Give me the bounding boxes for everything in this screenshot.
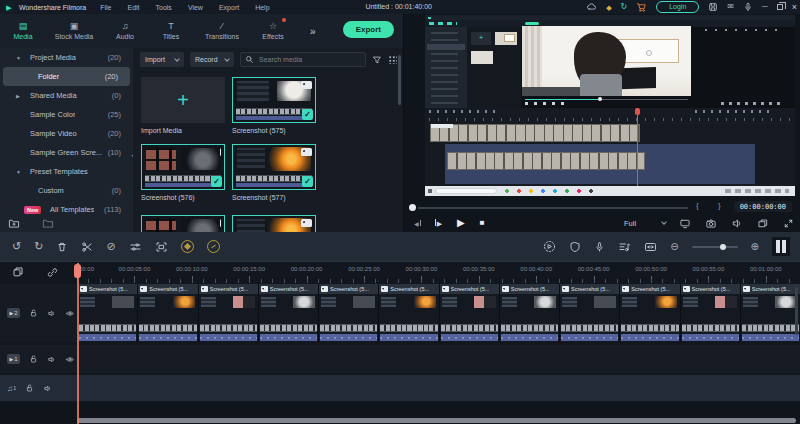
tab-media[interactable]: ▤Media <box>0 14 46 48</box>
more-tabs-icon[interactable]: » <box>310 26 315 37</box>
search-box[interactable] <box>240 52 366 67</box>
next-frame-button[interactable]: ▶ <box>435 219 442 227</box>
timeline-clip[interactable]: Screenshot (5... <box>318 284 378 342</box>
timeline-clip[interactable]: Screenshot (5... <box>740 284 800 342</box>
menu-file[interactable]: File <box>100 4 111 11</box>
lock-icon[interactable] <box>29 308 38 318</box>
audio-mixer-icon[interactable] <box>618 241 631 253</box>
timeline-clip[interactable]: Screenshot (5... <box>198 284 258 342</box>
timeline-clip[interactable]: Screenshot (5... <box>137 284 197 342</box>
chevron-collapsed-icon[interactable]: ▶ <box>16 93 20 99</box>
timeline-clip[interactable]: Screenshot (5... <box>499 284 559 342</box>
upgrade-gem-icon[interactable]: ◆ <box>606 4 611 11</box>
import-dropdown[interactable]: Import <box>140 52 184 67</box>
split-scissors-icon[interactable] <box>81 241 93 253</box>
delete-folder-icon[interactable] <box>42 218 54 229</box>
play-button[interactable]: ▶ <box>457 218 465 228</box>
display-settings-icon[interactable] <box>679 218 691 229</box>
mark-out-icon[interactable]: } <box>718 201 721 210</box>
undo-icon[interactable]: ↺ <box>12 241 21 252</box>
delete-icon[interactable] <box>56 241 68 253</box>
track-height-toggle[interactable] <box>772 237 790 256</box>
voiceover-mic-icon[interactable] <box>594 241 605 253</box>
eye-icon[interactable] <box>65 355 75 364</box>
export-button[interactable]: Export <box>343 21 394 38</box>
minimize-button[interactable]: ─ <box>762 3 768 11</box>
filter-funnel-icon[interactable] <box>372 55 382 65</box>
manage-tracks-icon[interactable] <box>12 266 24 279</box>
sidebar-item-custom[interactable]: Custom(0) <box>0 181 133 200</box>
link-clips-icon[interactable] <box>46 266 59 279</box>
fit-timeline-icon[interactable] <box>644 241 657 253</box>
menu-tools[interactable]: Tools <box>156 4 172 11</box>
previous-frame-button[interactable]: ◀ <box>414 220 421 227</box>
zoom-out-icon[interactable]: ⊖ <box>670 242 678 252</box>
mute-icon[interactable] <box>43 384 52 393</box>
sidebar-item-all-templates[interactable]: NewAll Templates(113) <box>0 200 133 219</box>
mark-in-icon[interactable]: { <box>696 201 699 210</box>
stop-button[interactable]: ■ <box>480 219 485 227</box>
sidebar-item-preset-templates[interactable]: ▼Preset Templates <box>0 162 133 181</box>
track-audio-1[interactable]: ♫1 <box>0 375 800 401</box>
mute-icon[interactable] <box>47 355 56 364</box>
chevron-expanded-icon[interactable]: ▼ <box>16 169 21 175</box>
media-item-screenshot-575[interactable]: ✓ <box>232 77 316 123</box>
tab-transitions[interactable]: ⁄Transitions <box>194 14 250 48</box>
tab-effects[interactable]: ☆Effects <box>250 14 296 48</box>
eye-icon[interactable] <box>65 309 75 318</box>
fullscreen-icon[interactable] <box>783 218 794 229</box>
chevron-expanded-icon[interactable]: ▼ <box>16 55 21 61</box>
timeline-clip[interactable]: Screenshot (5... <box>77 284 137 342</box>
menu-edit[interactable]: Edit <box>127 4 139 11</box>
menu-export[interactable]: Export <box>219 4 239 11</box>
track-video-2[interactable]: ▶2 Screenshot (5...Screenshot (5...Scree… <box>0 284 800 342</box>
tab-titles[interactable]: TTitles <box>148 14 194 48</box>
zoom-in-icon[interactable]: ⊕ <box>751 242 759 252</box>
mute-speaker-icon[interactable] <box>731 218 743 229</box>
timeline-clip[interactable]: Screenshot (5... <box>439 284 499 342</box>
view-grid-icon[interactable] <box>388 55 397 64</box>
timeline-clip[interactable]: Screenshot (5... <box>680 284 740 342</box>
media-scrollbar[interactable] <box>398 55 401 105</box>
new-folder-icon[interactable] <box>8 218 20 229</box>
speed-ramp-icon[interactable] <box>207 240 220 253</box>
search-input[interactable] <box>257 55 361 64</box>
tab-audio[interactable]: ♫Audio <box>102 14 148 48</box>
preview-zoom-dropdown[interactable]: Full <box>624 219 666 228</box>
ruler-scale[interactable]: 00:0000:00:05:0000:00:10:0000:00:15:0000… <box>77 263 800 283</box>
seek-handle[interactable] <box>409 204 416 211</box>
restore-button[interactable] <box>777 4 783 10</box>
redo-icon[interactable]: ↻ <box>34 241 43 252</box>
media-item-item[interactable]: ✓ <box>232 215 316 232</box>
sidebar-item-sample-color[interactable]: Sample Color(25) <box>0 105 133 124</box>
lock-icon[interactable] <box>25 383 34 393</box>
playhead-handle[interactable] <box>74 264 81 278</box>
render-preview-icon[interactable] <box>543 240 556 253</box>
slice-tool-icon[interactable]: ⊘ <box>106 241 115 252</box>
sidebar-item-folder[interactable]: Folder(20) <box>3 67 130 86</box>
media-item-screenshot-576[interactable]: ✓ <box>141 144 225 190</box>
preview-video[interactable]: + <box>425 15 795 196</box>
record-dropdown[interactable]: Record <box>190 52 234 67</box>
save-icon[interactable] <box>708 2 718 12</box>
tab-stock-media[interactable]: ▣Stock Media <box>46 14 102 48</box>
track-video-1[interactable]: ▶1 <box>0 345 800 373</box>
sidebar-item-sample-video[interactable]: Sample Video(20) <box>0 124 133 143</box>
timeline-clip[interactable]: Screenshot (5... <box>559 284 619 342</box>
timeline-clip[interactable]: Screenshot (5... <box>258 284 318 342</box>
snapshot-camera-icon[interactable] <box>705 218 717 229</box>
lock-icon[interactable] <box>29 354 38 364</box>
cloud-icon[interactable] <box>586 2 597 12</box>
sidebar-item-sample-green-scre[interactable]: Sample Green Scre...(10) <box>0 143 133 162</box>
timeline-clip[interactable]: Screenshot (5... <box>378 284 438 342</box>
close-button[interactable]: × <box>792 2 797 12</box>
adjust-sliders-icon[interactable] <box>129 241 142 253</box>
timeline-hscrollbar[interactable] <box>77 418 796 423</box>
sidebar-item-project-media[interactable]: ▼Project Media(20) <box>0 48 133 67</box>
timeline-zoom-slider[interactable] <box>692 246 738 248</box>
cart-icon[interactable] <box>636 2 647 13</box>
sidebar-item-shared-media[interactable]: ▶Shared Media(0) <box>0 86 133 105</box>
screen-record-icon[interactable] <box>569 241 581 253</box>
zoom-slider-knob[interactable] <box>720 244 726 250</box>
mic-icon[interactable] <box>743 2 753 12</box>
